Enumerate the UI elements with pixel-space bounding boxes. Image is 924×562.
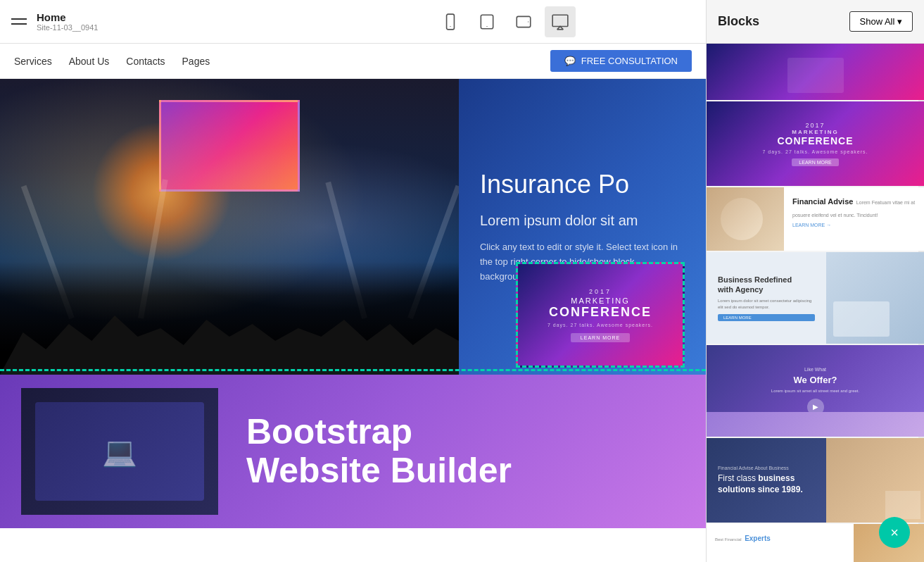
first-class-pre: Financial Advise About Business [718,466,815,470]
free-consultation-button[interactable]: 💬 FREE CONSULTATION [550,50,692,72]
blocks-panel: Blocks Show All ▾ 2017 MARKETING CONFERE… [706,0,924,562]
device-switcher [435,6,576,37]
close-button[interactable]: × [879,517,910,548]
offer-pre: Like What [804,367,826,372]
bootstrap-text[interactable]: Bootstrap Website Builder [218,392,540,511]
nav-contacts[interactable]: Contacts [126,56,165,67]
tablet-landscape-button[interactable] [508,6,539,37]
hero-image-area [0,79,459,375]
show-all-button[interactable]: Show All ▾ [849,11,913,32]
financial-title: Financial Advise [792,197,853,206]
nav-about[interactable]: About Us [69,56,110,67]
laptop-icon: 💻 [102,435,137,468]
offer-title: We Offer? [794,375,837,385]
first-class-title: First class business solutions since 198… [718,473,815,495]
best-left: Best Financial Experts [707,524,854,562]
floating-marketing: MARKETING [571,296,629,305]
bootstrap-section: 💻 Bootstrap Website Builder [0,375,706,528]
site-id: Site-11-03__0941 [37,23,98,32]
nav-pages[interactable]: Pages [182,56,210,67]
bootstrap-title-line1[interactable]: Bootstrap [246,413,512,451]
block-thumbnail-first-class[interactable]: Financial Advise About Business First cl… [707,438,924,523]
block-thumbnail-offer[interactable]: Like What We Offer? Lorem ipsum sit amet… [707,345,924,437]
floating-year: 2017 [589,288,612,295]
business-right [826,252,924,344]
nav-bar: Services About Us Contacts Pages 💬 FREE … [0,44,706,79]
best-pre: Best Financial [715,537,742,542]
site-info: Home Site-11-03__0941 [37,11,98,32]
floating-conference: CONFERENCE [549,305,652,320]
first-class-image [826,438,924,523]
svg-rect-6 [552,15,568,26]
crowd-silhouette [0,262,459,375]
main-content: Services About Us Contacts Pages 💬 FREE … [0,44,706,562]
block-thumbnail-conference[interactable]: 2017 MARKETING CONFERENCE 7 days. 27 tal… [707,101,924,186]
bootstrap-title-line2[interactable]: Website Builder [246,451,512,490]
spotlight-1 [21,185,75,320]
blocks-title: Blocks [718,14,759,29]
hero-subtitle[interactable]: Lorem ipsum dolor sit am [480,211,685,230]
offer-bottom-bar [707,412,924,437]
conf-marketing: MARKETING [792,129,838,135]
chat-icon: 💬 [564,56,576,66]
hero-section: Insurance Po Lorem ipsum dolor sit am Cl… [0,79,706,375]
business-left: Business Redefined with Agency Lorem ips… [707,252,826,344]
business-title: Business Redefined with Agency [718,275,815,295]
financial-image [707,187,784,251]
blocks-scroll-area[interactable]: 2017 MARKETING CONFERENCE 7 days. 27 tal… [707,44,924,562]
floating-sub: 7 days. 27 talks. Awesome speakers. [548,323,653,327]
floating-btn: LEARN MORE [571,333,630,342]
tablet-view-button[interactable] [472,6,502,37]
svg-rect-0 [447,14,455,30]
concert-background [0,79,459,375]
spotlight-4 [407,185,459,320]
nav-services[interactable]: Services [14,56,52,67]
spotlight-2 [138,179,168,318]
first-class-content: Financial Advise About Business First cl… [707,438,826,523]
hamburger-menu[interactable] [11,18,27,25]
laptop-image: 💻 [21,388,218,515]
financial-content: Financial Advise Lorem Featuam vitae mi … [784,187,924,251]
block-thumbnail-financial[interactable]: Financial Advise Lorem Featuam vitae mi … [707,187,924,251]
drop-zone [0,369,706,375]
home-label: Home [37,11,98,23]
conf-year: 2017 [805,122,825,129]
desktop-view-button[interactable] [545,6,576,37]
conf-sub: 7 days. 27 talks. Awesome speakers. [762,149,868,154]
mobile-view-button[interactable] [435,6,466,37]
stage-screen [159,100,300,192]
conf-btn: LEARN MORE [792,158,838,166]
block-thumbnail-business[interactable]: Business Redefined with Agency Lorem ips… [707,252,924,344]
best-title: Experts [745,535,771,542]
block-thumbnail-conf-top[interactable] [707,44,924,100]
conf-conference: CONFERENCE [777,135,853,146]
floating-conference-card[interactable]: 2017 MARKETING CONFERENCE 7 days. 27 tal… [516,262,685,368]
blocks-header: Blocks Show All ▾ [707,0,924,44]
spotlight-3 [325,182,367,319]
cta-label: FREE CONSULTATION [581,56,678,66]
hero-title[interactable]: Insurance Po [480,169,685,199]
